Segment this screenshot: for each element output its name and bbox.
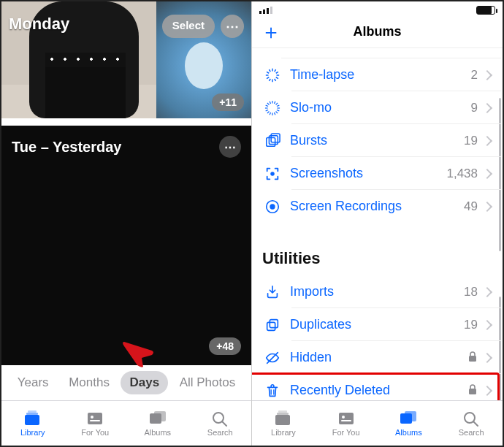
svg-line-29 (266, 110, 268, 110)
signal-icon (259, 7, 272, 14)
list-item-count: 19 (464, 318, 478, 332)
svg-line-11 (276, 77, 278, 78)
svg-rect-52 (277, 413, 289, 415)
list-item[interactable]: Screenshots1,438 (262, 157, 501, 190)
list-item-count: 19 (464, 134, 478, 148)
tab-library[interactable]: Library (1, 401, 64, 446)
list-item[interactable]: Time-lapse2 (262, 58, 501, 91)
select-button[interactable]: Select (162, 15, 215, 38)
svg-line-17 (267, 72, 269, 73)
svg-line-60 (473, 421, 478, 426)
list-item-label: Screenshots (290, 166, 446, 181)
tab-search[interactable]: Search (189, 401, 252, 446)
tab-library[interactable]: Library (252, 401, 315, 446)
svg-rect-7 (154, 411, 166, 421)
list-item-label: Duplicates (290, 317, 464, 332)
svg-rect-0 (25, 415, 39, 425)
photo-count-badge: +48 (209, 337, 241, 355)
list-item[interactable]: Duplicates19 (262, 308, 501, 341)
list-item[interactable]: Bursts19 (262, 124, 501, 157)
list-item[interactable]: Recently Deleted (262, 374, 501, 400)
list-item[interactable]: Screen Recordings49 (262, 190, 501, 223)
lock-icon (467, 383, 478, 398)
svg-rect-53 (278, 410, 287, 413)
svg-line-35 (274, 101, 275, 103)
search-icon (210, 410, 229, 427)
segment-days[interactable]: Days (121, 371, 168, 394)
svg-rect-58 (405, 411, 416, 421)
svg-rect-50 (469, 389, 476, 394)
svg-line-9 (222, 421, 226, 426)
chevron-right-icon (482, 69, 492, 80)
svg-line-27 (270, 112, 270, 114)
day-group-photo-monday[interactable]: Monday (1, 1, 156, 118)
segment-all-photos[interactable]: All Photos (171, 371, 245, 394)
segment-years[interactable]: Years (9, 371, 58, 394)
svg-line-14 (269, 78, 270, 80)
tab-search[interactable]: Search (440, 401, 503, 446)
day-group-photo-tuesday[interactable]: Tue – Yesterday ⋯ +48 (1, 126, 251, 365)
chevron-right-icon (482, 352, 492, 362)
list-item[interactable]: Imports18 (262, 275, 501, 308)
slomo-icon (262, 98, 283, 118)
photo-count-badge: +11 (212, 93, 244, 111)
svg-line-37 (277, 105, 279, 106)
duplicates-icon (262, 315, 283, 335)
svg-rect-56 (341, 420, 351, 421)
list-item-label: Imports (290, 284, 464, 299)
screenrec-icon (262, 196, 283, 217)
callout-arrow-icon (121, 339, 155, 368)
day-header-tuesday: Tue – Yesterday (12, 139, 121, 156)
svg-rect-45 (270, 319, 278, 327)
more-button[interactable]: ⋯ (219, 136, 241, 158)
segment-months[interactable]: Months (60, 371, 118, 394)
svg-line-12 (275, 78, 276, 80)
list-item-label: Slo-mo (290, 100, 471, 115)
page-title: Albums (353, 24, 401, 39)
nav-bar: ＋ Albums (252, 16, 503, 48)
svg-point-55 (342, 416, 345, 419)
list-item-count: 49 (464, 199, 478, 214)
tab-albums[interactable]: Albums (378, 401, 440, 446)
albums-icon (399, 410, 418, 427)
chevron-right-icon (482, 135, 492, 145)
imports-icon (262, 282, 283, 302)
chevron-right-icon (482, 319, 492, 329)
screenshots-icon (262, 164, 283, 184)
svg-rect-54 (339, 413, 354, 424)
svg-point-4 (91, 416, 93, 419)
svg-line-21 (276, 72, 278, 73)
time-range-segmented-control: Years Months Days All Photos (1, 365, 251, 400)
bursts-icon (262, 131, 283, 151)
tab-albums[interactable]: Albums (126, 401, 189, 446)
list-item-count: 2 (471, 68, 478, 83)
status-bar (252, 1, 503, 16)
svg-rect-51 (275, 415, 290, 425)
lock-icon (467, 351, 478, 365)
tab-bar: Library For You Albums Search (252, 400, 503, 446)
list-item-label: Time-lapse (290, 67, 471, 83)
tab-for-you[interactable]: For You (315, 401, 378, 446)
timelapse-icon (262, 65, 283, 85)
section-header-utilities: Utilities (252, 249, 501, 275)
svg-line-32 (267, 102, 270, 104)
chevron-right-icon (482, 102, 492, 112)
svg-line-15 (267, 77, 269, 78)
list-item[interactable]: Hidden (262, 341, 501, 374)
tab-for-you[interactable]: For You (64, 401, 127, 446)
list-item-count: 1,438 (446, 167, 478, 181)
battery-icon (476, 6, 495, 15)
list-item[interactable]: Slo-mo9 (262, 91, 501, 124)
chevron-right-icon (482, 286, 492, 297)
add-album-button[interactable]: ＋ (261, 22, 281, 42)
for-you-icon (85, 410, 104, 427)
list-item-label: Hidden (290, 350, 467, 365)
more-button[interactable]: ⋯ (221, 15, 244, 38)
svg-line-33 (270, 101, 270, 103)
svg-line-31 (266, 105, 268, 106)
list-item-count: 18 (464, 285, 478, 299)
day-group-thumbnail[interactable]: Select ⋯ +11 (156, 1, 251, 118)
list-item-label: Screen Recordings (290, 199, 464, 214)
for-you-icon (337, 410, 356, 427)
list-item[interactable] (281, 48, 501, 58)
